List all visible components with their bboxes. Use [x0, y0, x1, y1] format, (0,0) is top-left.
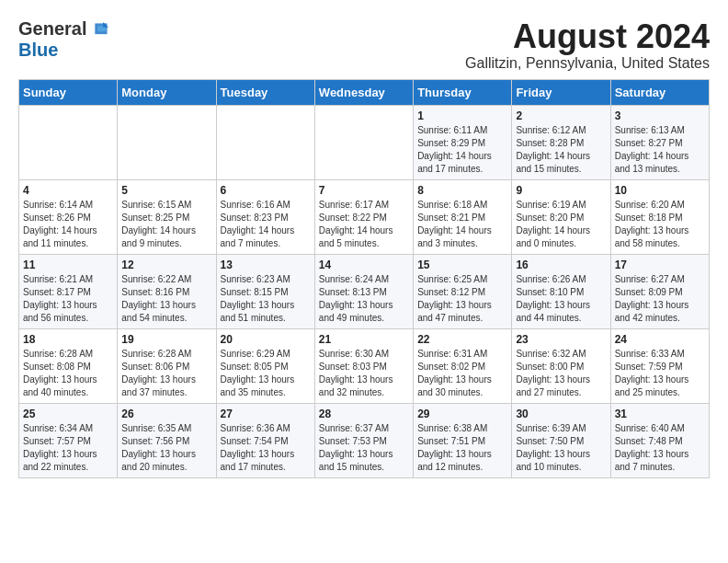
- calendar-cell: 26Sunrise: 6:35 AM Sunset: 7:56 PM Dayli…: [118, 403, 216, 477]
- day-number: 27: [221, 408, 311, 420]
- calendar-cell: 7Sunrise: 6:17 AM Sunset: 8:22 PM Daylig…: [314, 179, 413, 254]
- calendar-week-4: 18Sunrise: 6:28 AM Sunset: 8:08 PM Dayli…: [19, 328, 710, 403]
- cell-content: Sunrise: 6:17 AM Sunset: 8:22 PM Dayligh…: [319, 199, 409, 250]
- day-number: 26: [121, 408, 211, 420]
- calendar-week-5: 25Sunrise: 6:34 AM Sunset: 7:57 PM Dayli…: [19, 403, 710, 477]
- cell-content: Sunrise: 6:25 AM Sunset: 8:12 PM Dayligh…: [417, 273, 507, 325]
- day-number: 19: [121, 333, 211, 346]
- calendar-cell: [19, 105, 118, 179]
- calendar-cell: 3Sunrise: 6:13 AM Sunset: 8:27 PM Daylig…: [610, 105, 709, 179]
- title-block: August 2024 Gallitzin, Pennsylvania, Uni…: [465, 18, 710, 72]
- calendar-header-row: SundayMondayTuesdayWednesdayThursdayFrid…: [19, 79, 710, 105]
- calendar-week-3: 11Sunrise: 6:21 AM Sunset: 8:17 PM Dayli…: [19, 254, 710, 328]
- cell-content: Sunrise: 6:19 AM Sunset: 8:20 PM Dayligh…: [516, 199, 606, 250]
- cell-content: Sunrise: 6:12 AM Sunset: 8:28 PM Dayligh…: [516, 124, 606, 176]
- day-number: 2: [516, 109, 606, 122]
- calendar-cell: 5Sunrise: 6:15 AM Sunset: 8:25 PM Daylig…: [118, 179, 216, 254]
- day-number: 16: [516, 259, 606, 271]
- calendar-week-1: 1Sunrise: 6:11 AM Sunset: 8:29 PM Daylig…: [19, 105, 710, 179]
- calendar-cell: 1Sunrise: 6:11 AM Sunset: 8:29 PM Daylig…: [414, 105, 512, 179]
- svg-marker-2: [104, 21, 109, 27]
- cell-content: Sunrise: 6:32 AM Sunset: 8:00 PM Dayligh…: [516, 348, 606, 399]
- day-number: 9: [516, 184, 606, 197]
- cell-content: Sunrise: 6:39 AM Sunset: 7:50 PM Dayligh…: [516, 422, 606, 474]
- cell-content: Sunrise: 6:38 AM Sunset: 7:51 PM Dayligh…: [417, 422, 507, 474]
- day-number: 8: [417, 184, 507, 197]
- header-tuesday: Tuesday: [216, 79, 314, 105]
- calendar-cell: [118, 105, 216, 179]
- header-wednesday: Wednesday: [314, 79, 413, 105]
- cell-content: Sunrise: 6:29 AM Sunset: 8:05 PM Dayligh…: [221, 348, 311, 399]
- calendar-cell: 20Sunrise: 6:29 AM Sunset: 8:05 PM Dayli…: [216, 328, 314, 403]
- cell-content: Sunrise: 6:40 AM Sunset: 7:48 PM Dayligh…: [615, 422, 705, 474]
- cell-content: Sunrise: 6:35 AM Sunset: 7:56 PM Dayligh…: [121, 422, 211, 474]
- day-number: 29: [417, 408, 507, 420]
- calendar-cell: 18Sunrise: 6:28 AM Sunset: 8:08 PM Dayli…: [19, 328, 118, 403]
- calendar-cell: 21Sunrise: 6:30 AM Sunset: 8:03 PM Dayli…: [314, 328, 413, 403]
- calendar-cell: 4Sunrise: 6:14 AM Sunset: 8:26 PM Daylig…: [19, 179, 118, 254]
- calendar-cell: 6Sunrise: 6:16 AM Sunset: 8:23 PM Daylig…: [216, 179, 314, 254]
- header-friday: Friday: [512, 79, 610, 105]
- day-number: 13: [221, 259, 311, 271]
- calendar-cell: 15Sunrise: 6:25 AM Sunset: 8:12 PM Dayli…: [414, 254, 512, 328]
- logo-blue-text: Blue: [18, 40, 58, 61]
- location-title: Gallitzin, Pennsylvania, United States: [465, 55, 710, 72]
- header-sunday: Sunday: [19, 79, 118, 105]
- calendar-cell: 27Sunrise: 6:36 AM Sunset: 7:54 PM Dayli…: [216, 403, 314, 477]
- cell-content: Sunrise: 6:36 AM Sunset: 7:54 PM Dayligh…: [221, 422, 311, 474]
- calendar-table: SundayMondayTuesdayWednesdayThursdayFrid…: [18, 79, 710, 478]
- cell-content: Sunrise: 6:31 AM Sunset: 8:02 PM Dayligh…: [417, 348, 507, 399]
- day-number: 1: [417, 109, 507, 122]
- calendar-cell: [314, 105, 413, 179]
- day-number: 4: [23, 184, 113, 197]
- day-number: 24: [615, 333, 705, 346]
- calendar-cell: 10Sunrise: 6:20 AM Sunset: 8:18 PM Dayli…: [610, 179, 709, 254]
- calendar-cell: 14Sunrise: 6:24 AM Sunset: 8:13 PM Dayli…: [314, 254, 413, 328]
- calendar-cell: 16Sunrise: 6:26 AM Sunset: 8:10 PM Dayli…: [512, 254, 610, 328]
- day-number: 18: [23, 333, 113, 346]
- calendar-cell: 31Sunrise: 6:40 AM Sunset: 7:48 PM Dayli…: [610, 403, 709, 477]
- cell-content: Sunrise: 6:27 AM Sunset: 8:09 PM Dayligh…: [615, 273, 705, 325]
- day-number: 3: [615, 109, 705, 122]
- logo-icon: [88, 19, 108, 40]
- day-number: 11: [23, 259, 113, 271]
- calendar-cell: 12Sunrise: 6:22 AM Sunset: 8:16 PM Dayli…: [118, 254, 216, 328]
- page-header: General Blue August 2024 Gallitzin, Penn…: [18, 18, 710, 72]
- cell-content: Sunrise: 6:15 AM Sunset: 8:25 PM Dayligh…: [121, 199, 211, 250]
- day-number: 21: [319, 333, 409, 346]
- day-number: 22: [417, 333, 507, 346]
- calendar-cell: 24Sunrise: 6:33 AM Sunset: 7:59 PM Dayli…: [610, 328, 709, 403]
- cell-content: Sunrise: 6:30 AM Sunset: 8:03 PM Dayligh…: [319, 348, 409, 399]
- logo-general-text: General: [18, 18, 86, 40]
- cell-content: Sunrise: 6:22 AM Sunset: 8:16 PM Dayligh…: [121, 273, 211, 325]
- calendar-cell: 19Sunrise: 6:28 AM Sunset: 8:06 PM Dayli…: [118, 328, 216, 403]
- calendar-cell: 8Sunrise: 6:18 AM Sunset: 8:21 PM Daylig…: [414, 179, 512, 254]
- calendar-cell: 17Sunrise: 6:27 AM Sunset: 8:09 PM Dayli…: [610, 254, 709, 328]
- cell-content: Sunrise: 6:18 AM Sunset: 8:21 PM Dayligh…: [417, 199, 507, 250]
- cell-content: Sunrise: 6:24 AM Sunset: 8:13 PM Dayligh…: [319, 273, 409, 325]
- calendar-cell: 13Sunrise: 6:23 AM Sunset: 8:15 PM Dayli…: [216, 254, 314, 328]
- day-number: 31: [615, 408, 705, 420]
- day-number: 12: [121, 259, 211, 271]
- header-saturday: Saturday: [610, 79, 709, 105]
- cell-content: Sunrise: 6:14 AM Sunset: 8:26 PM Dayligh…: [23, 199, 113, 250]
- calendar-cell: 22Sunrise: 6:31 AM Sunset: 8:02 PM Dayli…: [414, 328, 512, 403]
- cell-content: Sunrise: 6:11 AM Sunset: 8:29 PM Dayligh…: [417, 124, 507, 176]
- logo: General Blue: [18, 18, 108, 61]
- cell-content: Sunrise: 6:13 AM Sunset: 8:27 PM Dayligh…: [615, 124, 705, 176]
- calendar-cell: 23Sunrise: 6:32 AM Sunset: 8:00 PM Dayli…: [512, 328, 610, 403]
- cell-content: Sunrise: 6:33 AM Sunset: 7:59 PM Dayligh…: [615, 348, 705, 399]
- day-number: 28: [319, 408, 409, 420]
- cell-content: Sunrise: 6:26 AM Sunset: 8:10 PM Dayligh…: [516, 273, 606, 325]
- cell-content: Sunrise: 6:21 AM Sunset: 8:17 PM Dayligh…: [23, 273, 113, 325]
- day-number: 5: [121, 184, 211, 197]
- calendar-week-2: 4Sunrise: 6:14 AM Sunset: 8:26 PM Daylig…: [19, 179, 710, 254]
- cell-content: Sunrise: 6:16 AM Sunset: 8:23 PM Dayligh…: [221, 199, 311, 250]
- day-number: 7: [319, 184, 409, 197]
- calendar-cell: 28Sunrise: 6:37 AM Sunset: 7:53 PM Dayli…: [314, 403, 413, 477]
- day-number: 17: [615, 259, 705, 271]
- day-number: 14: [319, 259, 409, 271]
- calendar-cell: 11Sunrise: 6:21 AM Sunset: 8:17 PM Dayli…: [19, 254, 118, 328]
- calendar-cell: [216, 105, 314, 179]
- cell-content: Sunrise: 6:28 AM Sunset: 8:06 PM Dayligh…: [121, 348, 211, 399]
